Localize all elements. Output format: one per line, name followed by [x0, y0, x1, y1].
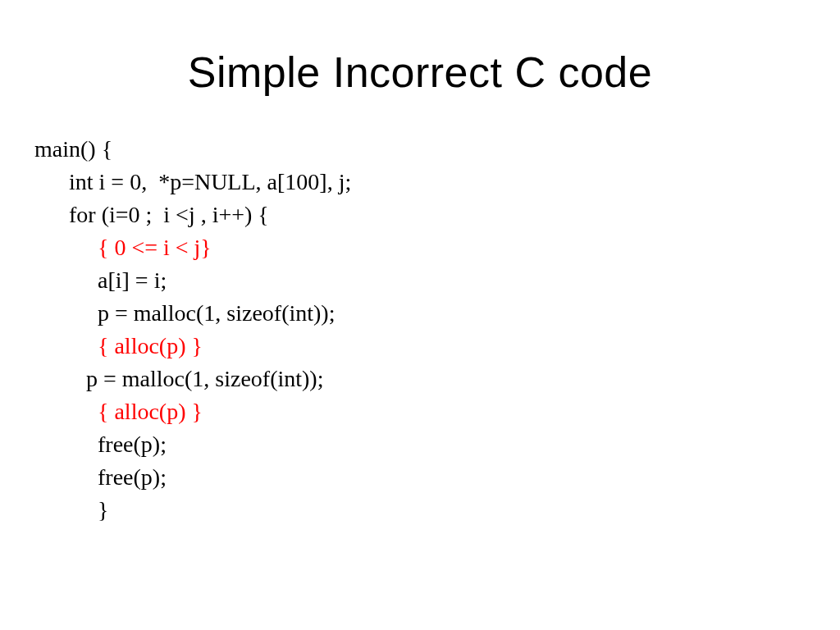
slide: Simple Incorrect C code main() { int i =… — [0, 0, 840, 630]
code-block: main() { int i = 0, *p=NULL, a[100], j; … — [34, 133, 351, 527]
code-line-8: p = malloc(1, sizeof(int)); — [34, 366, 323, 391]
code-line-10: free(p); — [34, 431, 167, 457]
slide-title: Simple Incorrect C code — [0, 0, 840, 97]
code-line-7-indent — [34, 333, 98, 358]
code-line-11: free(p); — [34, 464, 167, 490]
annotation-invariant: { 0 <= i < j} — [98, 235, 212, 260]
code-line-12: } — [34, 497, 108, 523]
code-line-5: a[i] = i; — [34, 267, 167, 293]
code-line-6: p = malloc(1, sizeof(int)); — [34, 300, 335, 326]
code-line-1: main() { — [34, 136, 112, 162]
annotation-alloc-1: { alloc(p) } — [98, 333, 203, 358]
code-line-3: for (i=0 ; i <j , i++) { — [34, 202, 269, 227]
code-line-4-indent — [34, 235, 98, 260]
code-line-9-indent — [34, 399, 98, 424]
annotation-alloc-2: { alloc(p) } — [98, 399, 203, 424]
code-line-2: int i = 0, *p=NULL, a[100], j; — [34, 169, 351, 194]
